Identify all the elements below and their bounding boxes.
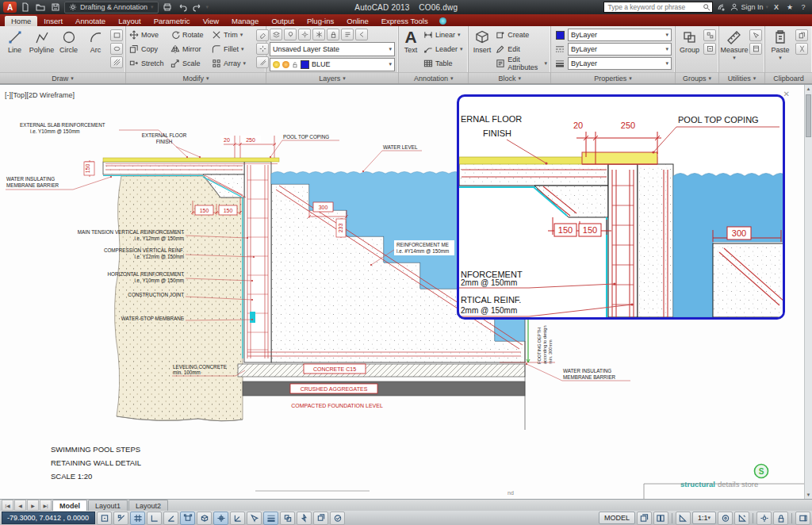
tab-layout[interactable]: Layout xyxy=(112,16,147,26)
layer-freeze-tool[interactable] xyxy=(312,29,325,40)
lineweight-dropdown[interactable]: ByLayer▾ xyxy=(568,57,672,70)
object-color-dropdown[interactable]: ByLayer▾ xyxy=(568,29,672,41)
dynamic-input-toggle[interactable] xyxy=(247,512,262,525)
tab-output[interactable]: Output xyxy=(265,16,301,26)
move-tool[interactable]: Move xyxy=(128,28,169,42)
tab-parametric[interactable]: Parametric xyxy=(147,16,197,26)
copy-clip-tool[interactable] xyxy=(795,29,808,41)
selection-cycling-toggle[interactable] xyxy=(313,512,328,525)
quick-view-layouts-button[interactable] xyxy=(637,512,652,525)
panel-footer-draw[interactable]: Draw▾ xyxy=(0,72,125,83)
insert-block-tool[interactable]: Insert xyxy=(470,28,493,72)
search-icon[interactable] xyxy=(703,3,710,11)
table-tool[interactable]: Table xyxy=(422,56,465,71)
tab-view[interactable]: View xyxy=(197,16,225,26)
layer-properties-tool[interactable] xyxy=(270,29,282,40)
linear-dimension-tool[interactable]: Linear▾ xyxy=(422,28,465,42)
scroll-down-icon[interactable]: ▼ xyxy=(805,491,812,499)
drawing-canvas[interactable]: [-][Top][2D Wireframe] ✕ xyxy=(0,84,812,499)
layer-state-dropdown[interactable]: Unsaved Layer State ▾ xyxy=(270,42,395,56)
panel-footer-annotation[interactable]: Annotation▾ xyxy=(399,72,468,83)
edit-block-tool[interactable]: Edit xyxy=(494,42,549,56)
panel-footer-properties[interactable]: Properties▾ xyxy=(551,72,675,83)
dynamic-ucs-toggle[interactable] xyxy=(230,512,245,525)
panel-footer-layers[interactable]: Layers▾ xyxy=(266,72,398,83)
3d-object-snap-toggle[interactable] xyxy=(197,512,212,525)
tab-annotate[interactable]: Annotate xyxy=(69,16,112,26)
first-layout-button[interactable]: |◀ xyxy=(2,500,13,511)
quick-select-tool[interactable] xyxy=(749,29,762,41)
text-tool[interactable]: A Text xyxy=(400,28,421,72)
new-button[interactable] xyxy=(19,2,32,13)
redo-button[interactable] xyxy=(191,2,204,13)
viewport-controls[interactable]: [-][Top][2D Wireframe] xyxy=(5,91,75,99)
circle-tool[interactable]: Circle xyxy=(56,28,82,72)
mirror-tool[interactable]: Mirror xyxy=(169,42,210,56)
plot-button[interactable] xyxy=(161,2,174,13)
line-tool[interactable]: Line xyxy=(2,28,28,72)
help-button[interactable]: ? xyxy=(798,3,809,11)
rectangle-tool[interactable] xyxy=(110,29,123,41)
tab-home[interactable]: Home xyxy=(5,16,37,26)
tab-layout1[interactable]: Layout1 xyxy=(88,500,128,511)
tab-manage[interactable]: Manage xyxy=(225,16,265,26)
autoscale-button[interactable] xyxy=(734,512,749,525)
communication-center-button[interactable] xyxy=(715,2,728,13)
exchange-apps-button[interactable]: X xyxy=(771,3,782,11)
panel-footer-modify[interactable]: Modify▾ xyxy=(126,72,266,83)
panel-footer-groups[interactable]: Groups▾ xyxy=(676,72,718,83)
scrollbar-thumb[interactable] xyxy=(806,94,811,137)
leader-tool[interactable]: Leader▾ xyxy=(422,42,465,56)
arc-tool[interactable]: Arc xyxy=(82,28,109,72)
polyline-tool[interactable]: Polyline xyxy=(29,28,55,72)
ortho-mode-toggle[interactable] xyxy=(147,512,162,525)
snap-mode-toggle[interactable] xyxy=(113,512,128,525)
scale-tool[interactable]: Scale xyxy=(169,56,210,71)
search-input[interactable] xyxy=(606,2,703,12)
tab-model[interactable]: Model xyxy=(52,500,87,511)
clean-screen-button[interactable] xyxy=(795,512,810,525)
sign-in-button[interactable]: Sign In ▾ xyxy=(730,3,768,11)
ribbon-state-icon[interactable] xyxy=(439,17,446,25)
layer-isolate-tool[interactable] xyxy=(298,29,311,40)
tab-express-tools[interactable]: Express Tools xyxy=(375,16,435,26)
tab-online[interactable]: Online xyxy=(340,16,374,26)
open-button[interactable] xyxy=(34,2,47,13)
transparency-toggle[interactable] xyxy=(280,512,295,525)
toolbar-lock-button[interactable] xyxy=(773,512,788,525)
panel-footer-utilities[interactable]: Utilities▾ xyxy=(719,72,764,83)
annotation-scale-button[interactable] xyxy=(676,512,691,525)
infer-constraints-toggle[interactable] xyxy=(97,512,112,525)
document-close-icon[interactable]: ✕ xyxy=(783,90,790,98)
tab-insert[interactable]: Insert xyxy=(37,16,69,26)
tab-layout2[interactable]: Layout2 xyxy=(128,500,168,511)
polar-tracking-toggle[interactable] xyxy=(163,512,178,525)
linetype-dropdown[interactable]: ByLayer▾ xyxy=(568,43,672,56)
workspace-switching-button[interactable] xyxy=(756,512,772,525)
layer-prev-tool[interactable] xyxy=(355,29,368,40)
last-layout-button[interactable]: ▶| xyxy=(40,500,52,511)
layer-dropdown[interactable]: BLUE ▾ xyxy=(270,58,395,72)
app-menu-button[interactable]: A xyxy=(3,2,17,13)
group-edit-tool[interactable] xyxy=(703,43,716,55)
quick-properties-toggle[interactable] xyxy=(297,512,312,525)
quick-view-drawings-button[interactable] xyxy=(653,512,668,525)
panel-footer-clipboard[interactable]: Clipboard xyxy=(765,72,812,83)
ellipse-tool[interactable] xyxy=(110,43,123,55)
lineweight-toggle[interactable] xyxy=(263,512,278,525)
array-tool[interactable]: Array▾ xyxy=(210,56,255,71)
workspace-switcher[interactable]: Drafting & Annotation ▾ xyxy=(64,2,159,13)
create-block-tool[interactable]: Create xyxy=(494,28,549,42)
vertical-scrollbar[interactable]: ▲ ▼ xyxy=(804,85,812,499)
tab-plugins[interactable]: Plug-ins xyxy=(301,16,340,26)
layer-lock-tool[interactable] xyxy=(327,29,339,40)
annotation-visibility-button[interactable] xyxy=(718,512,733,525)
stretch-tool[interactable]: Stretch xyxy=(128,56,169,71)
measure-tool[interactable]: Measure ▾ xyxy=(721,28,748,72)
grid-display-toggle[interactable] xyxy=(130,512,145,525)
model-space-button[interactable]: MODEL xyxy=(599,512,635,524)
edit-attributes-tool[interactable]: Edit Attributes▾ xyxy=(494,56,549,71)
rotate-tool[interactable]: Rotate xyxy=(169,28,210,42)
fillet-tool[interactable]: Fillet▾ xyxy=(210,42,255,56)
favorites-button[interactable]: ★ xyxy=(784,3,795,11)
